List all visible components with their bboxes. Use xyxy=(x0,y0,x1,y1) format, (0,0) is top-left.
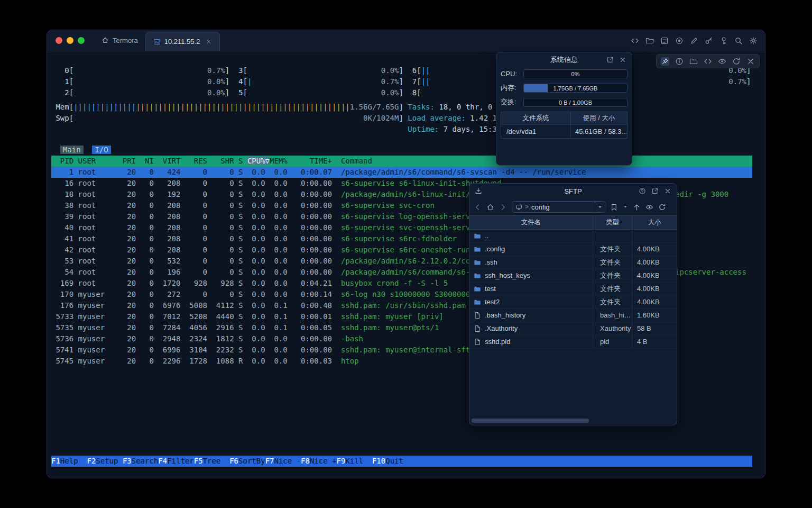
eye-icon[interactable] xyxy=(718,57,726,66)
file-row[interactable]: test文件夹4.00KB xyxy=(469,283,677,296)
zoom-window-button[interactable] xyxy=(78,37,85,44)
path-separator: > xyxy=(525,203,529,211)
fkey-number[interactable]: F9 xyxy=(337,457,346,465)
file-row[interactable]: .config文件夹4.00KB xyxy=(469,243,677,256)
fkey-number[interactable]: F1 xyxy=(51,457,60,465)
pin-icon[interactable] xyxy=(661,57,669,66)
fkey-label[interactable]: SortBy xyxy=(238,457,265,465)
parent-directory-icon[interactable] xyxy=(633,203,641,211)
close-icon[interactable] xyxy=(746,57,755,66)
open-in-window-icon[interactable] xyxy=(651,187,659,195)
info-icon[interactable] xyxy=(675,57,684,66)
file-name: test xyxy=(485,283,496,295)
terminal-icon xyxy=(153,38,161,46)
sftp-panel: SFTP > config 文件名 xyxy=(469,183,677,425)
keychain-icon[interactable] xyxy=(719,37,728,45)
file-row[interactable]: test2文件夹4.00KB xyxy=(469,296,677,309)
file-size: 4.00KB xyxy=(632,256,677,269)
key-icon[interactable] xyxy=(705,37,713,45)
file-row[interactable]: .. xyxy=(469,230,677,243)
file-icon xyxy=(474,312,481,319)
minimize-window-button[interactable] xyxy=(67,37,73,44)
fkey-label[interactable]: Search xyxy=(132,457,159,465)
search-icon[interactable] xyxy=(734,37,743,45)
fkey-number[interactable]: F4 xyxy=(158,457,167,465)
back-icon[interactable] xyxy=(474,203,482,211)
fkey-label[interactable]: Setup xyxy=(96,457,123,465)
forward-icon[interactable] xyxy=(499,203,507,211)
close-tab-icon[interactable] xyxy=(206,39,212,45)
help-icon[interactable] xyxy=(639,187,646,195)
show-hidden-files-icon[interactable] xyxy=(645,203,653,211)
fkey-label[interactable]: Nice - xyxy=(274,457,301,465)
tab-session[interactable]: 10.211.55.2 xyxy=(145,32,220,51)
edit-icon[interactable] xyxy=(690,37,698,45)
fkey-number[interactable]: F5 xyxy=(194,457,203,465)
file-name: .config xyxy=(485,243,505,256)
htop-tab-main[interactable]: Main xyxy=(60,146,84,154)
cpu-usage-value: 0% xyxy=(524,70,627,78)
code-icon[interactable] xyxy=(631,37,639,45)
fkey-label[interactable]: Nice + xyxy=(310,457,337,465)
file-size: 4.00KB xyxy=(632,296,677,309)
fkey-number[interactable]: F2 xyxy=(87,457,96,465)
file-type: 文件夹 xyxy=(593,296,632,309)
refresh-icon[interactable] xyxy=(658,203,666,211)
file-row[interactable]: .XauthorityXauthority58 B xyxy=(469,322,677,335)
fkey-number[interactable]: F10 xyxy=(372,457,385,465)
memory-usage-value: 1.75GB / 7.65GB xyxy=(524,84,627,92)
home-icon[interactable] xyxy=(486,203,494,211)
window-controls xyxy=(47,30,94,51)
folder-icon[interactable] xyxy=(689,57,698,66)
bookmark-caret-icon[interactable] xyxy=(623,204,628,210)
close-window-button[interactable] xyxy=(56,37,62,44)
file-row[interactable]: .ssh文件夹4.00KB xyxy=(469,256,677,269)
file-name: sshd.pid xyxy=(485,335,510,348)
swap-meter-row: Swp[ 0K/1024M] Load average: 1.42 1 xyxy=(51,113,765,124)
htop-tab-io[interactable]: I/O xyxy=(92,146,110,154)
panel-title: SFTP xyxy=(564,187,582,195)
log-icon[interactable] xyxy=(660,37,669,45)
close-panel-icon[interactable] xyxy=(619,56,626,64)
file-row[interactable]: ssh_host_keys文件夹4.00KB xyxy=(469,269,677,283)
tab-termora-home[interactable]: Termora xyxy=(94,30,145,51)
fkey-number[interactable]: F3 xyxy=(123,457,132,465)
fkey-number[interactable]: F8 xyxy=(301,457,310,465)
path-selector[interactable]: > config xyxy=(512,201,605,213)
new-tab-button[interactable] xyxy=(220,42,230,51)
fkey-label[interactable]: Filter xyxy=(167,457,194,465)
column-header: 使用 / 大小 xyxy=(571,112,627,124)
refresh-icon[interactable] xyxy=(732,57,741,66)
filesystem-row[interactable]: /dev/vda145.61GB / 58.3… xyxy=(501,124,627,138)
fkey-number[interactable]: F6 xyxy=(229,457,238,465)
memory-usage-bar: 1.75GB / 7.65GB xyxy=(523,84,628,93)
column-header: 文件名 xyxy=(469,216,593,229)
bookmark-icon[interactable] xyxy=(610,203,618,211)
settings-icon[interactable] xyxy=(749,37,758,45)
close-panel-icon[interactable] xyxy=(664,187,671,195)
fkey-label[interactable]: Help xyxy=(60,457,87,465)
folder-icon[interactable] xyxy=(645,37,654,45)
process-table-header: PID USER PRI NI VIRT RES SHR S CPU%▽MEM%… xyxy=(51,156,752,167)
file-row[interactable]: .bash_historybash_hi…1.60KB xyxy=(469,309,677,322)
tab-label: Termora xyxy=(113,37,138,44)
transfers-icon[interactable] xyxy=(475,187,482,195)
file-row[interactable]: sshd.pidpid4 B xyxy=(469,335,677,349)
file-table: 文件名 类型 大小 ...config文件夹4.00KB.ssh文件夹4.00K… xyxy=(469,215,677,349)
cpu-meter-row: 1[ 0.0%] 4[| 0.7%] 7[|| 0.0%] 10[ 0.7%] xyxy=(51,76,765,87)
file-type: 文件夹 xyxy=(593,256,632,269)
horizontal-scrollbar[interactable] xyxy=(472,419,675,423)
file-name: test2 xyxy=(485,296,500,309)
sort-column-header[interactable]: CPU%▽ xyxy=(247,157,270,165)
open-in-window-icon[interactable] xyxy=(606,56,614,64)
record-icon[interactable] xyxy=(675,37,684,45)
fkey-number[interactable]: F7 xyxy=(265,457,274,465)
fkey-label[interactable]: Kill xyxy=(345,457,372,465)
fkey-label[interactable]: Tree xyxy=(203,457,230,465)
file-name: ssh_host_keys xyxy=(485,269,530,282)
scrollbar-thumb[interactable] xyxy=(472,419,589,423)
file-name: .bash_history xyxy=(485,309,525,322)
code-icon[interactable] xyxy=(704,57,712,66)
fkey-label[interactable]: Quit xyxy=(385,457,412,465)
file-icon xyxy=(474,325,481,332)
